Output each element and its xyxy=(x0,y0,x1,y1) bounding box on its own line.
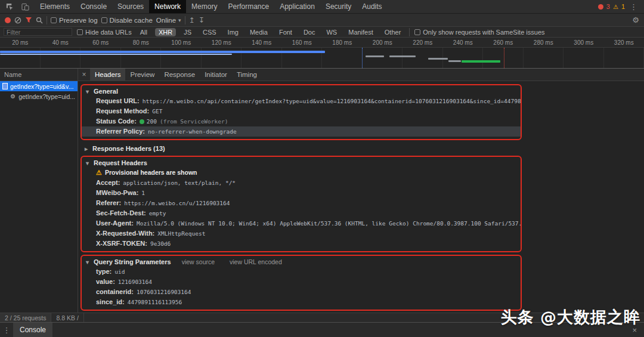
detail-tab-bar: × HeadersPreviewResponseInitiatorTiming xyxy=(78,69,644,81)
inspect-element-icon[interactable] xyxy=(2,0,17,13)
filter-funnel-icon[interactable] xyxy=(25,17,32,23)
timeline-tick-label: 300 ms xyxy=(564,38,604,47)
waterfall-bar xyxy=(389,55,415,57)
waterfall-bar xyxy=(462,60,500,63)
detail-tab-initiator[interactable]: Initiator xyxy=(200,69,232,81)
waterfall-bar xyxy=(0,51,325,53)
tab-elements[interactable]: Elements xyxy=(35,0,75,13)
checkbox-icon xyxy=(51,17,57,23)
filter-pill-js[interactable]: JS xyxy=(180,28,195,36)
header-name: Status Code: xyxy=(96,118,137,125)
view-source-link[interactable]: view source xyxy=(182,258,215,265)
timeline-tick-label: 80 ms xyxy=(121,38,162,47)
filter-pill-xhr[interactable]: XHR xyxy=(155,28,176,36)
import-har-icon[interactable]: ↥ xyxy=(189,17,195,24)
request-row[interactable]: ⚙getIndex?type=uid... xyxy=(0,91,78,101)
disable-cache-checkbox[interactable]: Disable cache xyxy=(101,17,153,24)
filter-pill-img[interactable]: Img xyxy=(224,28,242,36)
warning-count[interactable]: 1 xyxy=(621,3,625,10)
disclosure-expanded-icon[interactable]: ▾ xyxy=(86,259,91,265)
detail-tab-preview[interactable]: Preview xyxy=(125,69,159,81)
requests-summary: 2 / 25 requests xyxy=(0,313,51,322)
filter-pill-media[interactable]: Media xyxy=(246,28,271,36)
header-value: XMLHttpRequest xyxy=(157,230,205,237)
timeline-graph[interactable] xyxy=(0,48,644,68)
request-headers-section-header[interactable]: ▾ Request Headers xyxy=(82,157,521,168)
request-row[interactable]: getIndex?type=uid&v... xyxy=(0,81,78,91)
filter-pill-manifest[interactable]: Manifest xyxy=(345,28,377,36)
export-har-icon[interactable]: ↧ xyxy=(199,17,205,24)
provisional-warning-text: Provisional headers are shown xyxy=(105,169,197,176)
name-column-header[interactable]: Name xyxy=(0,69,78,81)
devtools-menu-icon[interactable]: ⋮ xyxy=(628,2,639,11)
timeline-tick-label: 280 ms xyxy=(524,38,564,47)
error-badge-icon[interactable] xyxy=(598,4,603,10)
annotation-box-general: ▾ General Request URL:https://m.weibo.cn… xyxy=(80,84,522,140)
tab-audits[interactable]: Audits xyxy=(357,0,387,13)
filter-pill-css[interactable]: CSS xyxy=(199,28,220,36)
filter-pill-font[interactable]: Font xyxy=(275,28,296,36)
hide-data-urls-checkbox[interactable]: Hide data URLs xyxy=(77,29,132,36)
request-name: getIndex?type=uid&v... xyxy=(10,83,73,90)
detail-tab-headers[interactable]: Headers xyxy=(90,69,125,81)
header-name: value: xyxy=(96,278,115,285)
search-icon[interactable] xyxy=(36,17,43,24)
timeline-tick-label: 160 ms xyxy=(282,38,323,47)
timeline-tick-label: 240 ms xyxy=(443,38,484,47)
disclosure-collapsed-icon[interactable]: ▸ xyxy=(85,146,90,152)
event-marker-line xyxy=(362,48,363,68)
disclosure-expanded-icon[interactable]: ▾ xyxy=(86,160,91,166)
record-button[interactable] xyxy=(5,17,11,23)
filter-input[interactable] xyxy=(4,28,72,36)
headers-pane: ▾ General Request URL:https://m.weibo.cn… xyxy=(78,81,644,313)
filter-pill-doc[interactable]: Doc xyxy=(300,28,319,36)
tab-console[interactable]: Console xyxy=(75,0,112,13)
devtools-tab-bar: ElementsConsoleSourcesNetworkMemoryPerfo… xyxy=(0,0,644,14)
drawer-menu-icon[interactable]: ⋮ xyxy=(0,326,13,335)
tab-security[interactable]: Security xyxy=(320,0,357,13)
general-section-header[interactable]: ▾ General xyxy=(82,86,521,96)
query-params-section-header[interactable]: ▾ Query String Parameters view source vi… xyxy=(82,256,521,267)
response-headers-section-header[interactable]: ▸ Response Headers (13) xyxy=(79,143,640,154)
toolbar-divider xyxy=(47,16,47,24)
header-row: containerid:1076031216903164 xyxy=(82,287,521,297)
detail-tab-response[interactable]: Response xyxy=(159,69,200,81)
tab-application[interactable]: Application xyxy=(274,0,320,13)
timeline-tick-label: 60 ms xyxy=(80,38,121,47)
network-settings-gear-icon[interactable]: ⚙ xyxy=(632,16,639,24)
filter-pill-other[interactable]: Other xyxy=(381,28,405,36)
detail-tab-timing[interactable]: Timing xyxy=(232,69,262,81)
request-list: getIndex?type=uid&v...⚙getIndex?type=uid… xyxy=(0,81,78,101)
throttling-value: Online xyxy=(156,17,176,24)
disclosure-expanded-icon[interactable]: ▾ xyxy=(86,88,91,95)
watermark-text: 头条 @大数据之眸 xyxy=(501,307,640,328)
header-value: 4479891116113956 xyxy=(128,299,182,305)
throttling-select[interactable]: Online▾ xyxy=(156,17,181,24)
error-count[interactable]: 3 xyxy=(606,3,610,10)
samesite-checkbox[interactable]: Only show requests with SameSite issues xyxy=(414,29,544,36)
warning-badge-icon[interactable]: ⚠ xyxy=(613,4,618,10)
network-toolbar: Preserve log Disable cache Online▾ ↥ ↧ ⚙ xyxy=(0,14,644,27)
clear-icon[interactable] xyxy=(14,17,21,24)
service-worker-gear-icon: ⚙ xyxy=(10,93,16,100)
general-section-title: General xyxy=(94,88,118,95)
view-url-encoded-link[interactable]: view URL encoded xyxy=(230,258,282,265)
header-name: Accept: xyxy=(96,179,120,186)
tab-network[interactable]: Network xyxy=(149,0,186,13)
chevron-down-icon: ▾ xyxy=(178,17,181,23)
tab-performance[interactable]: Performance xyxy=(222,0,274,13)
close-details-icon[interactable]: × xyxy=(78,70,90,79)
waterfall-bar xyxy=(428,58,447,60)
header-value: 1 xyxy=(141,190,145,196)
drawer-tab-console[interactable]: Console xyxy=(13,323,52,337)
header-name: type: xyxy=(96,268,112,275)
tab-memory[interactable]: Memory xyxy=(186,0,222,13)
request-headers-title: Request Headers xyxy=(94,159,147,166)
network-overview[interactable]: 20 ms40 ms60 ms80 ms100 ms120 ms140 ms16… xyxy=(0,38,644,69)
preserve-log-checkbox[interactable]: Preserve log xyxy=(51,17,98,24)
filter-pill-all[interactable]: All xyxy=(137,28,151,36)
filter-pill-ws[interactable]: WS xyxy=(323,28,340,36)
tab-sources[interactable]: Sources xyxy=(112,0,149,13)
device-toolbar-icon[interactable] xyxy=(18,0,32,13)
checkbox-icon xyxy=(101,17,107,23)
